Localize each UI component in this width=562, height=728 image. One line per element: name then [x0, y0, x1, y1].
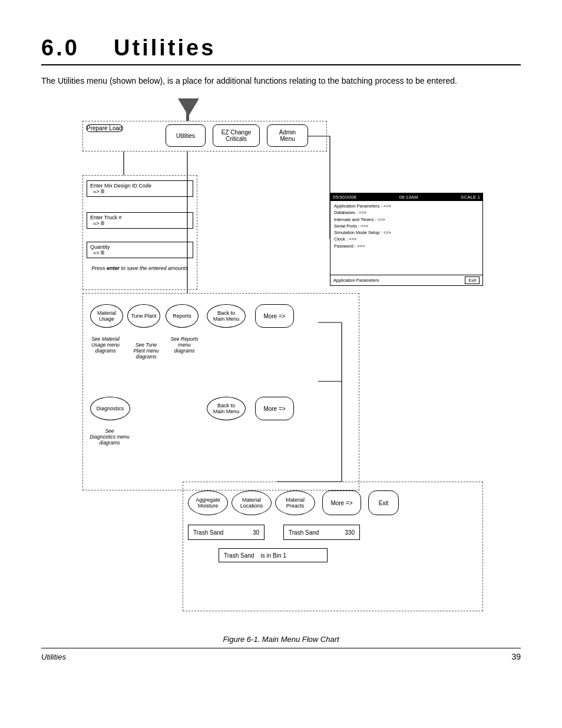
footer-right: 39 [511, 652, 521, 661]
material-locations-btn[interactable]: MaterialLocations [232, 490, 272, 515]
material-preacts-btn[interactable]: MaterialPreacts [275, 490, 315, 515]
data-row-2: Trash Sand 330 [283, 525, 360, 540]
screen-date: 05/30/2006 [333, 195, 356, 200]
figure-caption: Figure 6-1. Main Menu Flow Chart [41, 635, 521, 644]
screen-item-2: Databases : ==> [334, 209, 479, 216]
utilities-btn[interactable]: Utilities [166, 124, 206, 147]
exit-btn[interactable]: Exit [368, 490, 399, 515]
prepare-load-detail-box: Enter Mix Design ID Code => lll Enter Tr… [82, 175, 197, 290]
field-note: Press enter to save the entered amounts [87, 265, 193, 271]
screen-item-4: Serial Ports : ==> [334, 223, 479, 229]
prepare-load-btn[interactable]: Prepare Load [86, 124, 123, 132]
middle-section-box: MaterialUsage Tune Plant Reports Back to… [82, 293, 359, 490]
admin-menu-btn[interactable]: AdminMenu [267, 124, 308, 147]
label-diagnostics: SeeDiagnostics menudiagrams [85, 428, 134, 446]
aggregate-moisture-btn[interactable]: AggregateMoisture [188, 490, 228, 515]
screen-time: 08:13AM [399, 195, 418, 200]
screen-item-5: Simulation Mode Setup : ==> [334, 229, 479, 236]
more-btn-3[interactable]: More => [322, 490, 361, 515]
material-usage-btn[interactable]: MaterialUsage [90, 304, 123, 328]
screen-header: 05/30/2006 08:13AM SCALE 1 [330, 193, 482, 201]
screen-item-1: Application Parameters : ==> [334, 203, 479, 209]
ez-change-btn[interactable]: EZ ChangeCriticals [213, 124, 260, 147]
field-quantity: Quantity => lll [87, 242, 193, 258]
screen-body: Application Parameters : ==> Databases :… [330, 201, 482, 251]
label-reports: See Reportsmenudiagrams [164, 336, 204, 354]
screen-item-7: Password : ==> [334, 243, 479, 249]
data-row-3-text: Trash Sand is in Bin 1 [224, 552, 286, 559]
page-footer: Utilities 39 [41, 648, 521, 661]
reports-btn[interactable]: Reports [166, 304, 199, 328]
top-menu-box: Prepare Load Utilities EZ ChangeCritical… [82, 121, 327, 151]
more-btn-1[interactable]: More => [255, 304, 294, 328]
diagnostics-btn[interactable]: Diagnostics [90, 397, 130, 420]
field-mix-design: Enter Mix Design ID Code => lll [87, 180, 193, 197]
screen-box: 05/30/2006 08:13AM SCALE 1 Application P… [330, 193, 483, 286]
data-row-1-value: 30 [253, 529, 259, 536]
label-tune-plant: See TunePlant menudiagrams [127, 342, 166, 360]
arrow-down-icon [178, 98, 199, 116]
data-row-2-value: 330 [345, 529, 355, 536]
data-row-1: Trash Sand 30 [188, 525, 265, 540]
page-title: 6.0 Utilities [41, 35, 521, 61]
screen-item-3: Intervals and Timers : ==> [334, 216, 479, 223]
screen-scale: SCALE 1 [461, 195, 480, 200]
screen-exit-btn[interactable]: Exit [465, 276, 480, 284]
data-row-3: Trash Sand is in Bin 1 [219, 548, 328, 562]
bottom-section-box: AggregateMoisture MaterialLocations Mate… [183, 482, 483, 611]
screen-item-6: Clock : ==> [334, 236, 479, 242]
screen-footer-label: Application Parameters [333, 278, 379, 283]
page-header: 6.0 Utilities [41, 35, 521, 65]
back-main-menu-btn-1[interactable]: Back toMain Menu [207, 304, 246, 328]
field-truck: Enter Truck # => lll [87, 212, 193, 229]
more-btn-2[interactable]: More => [255, 397, 294, 420]
screen-footer: Application Parameters Exit [330, 275, 482, 285]
footer-left: Utilities [41, 653, 66, 661]
tune-plant-btn[interactable]: Tune Plant [127, 304, 160, 328]
intro-text: The Utilities menu (shown below), is a p… [41, 76, 521, 85]
label-material-usage: See MaterialUsage menudiagrams [85, 336, 125, 354]
data-row-2-label: Trash Sand [289, 529, 319, 536]
data-row-1-label: Trash Sand [193, 529, 223, 536]
back-main-menu-btn-2[interactable]: Back toMain Menu [207, 397, 246, 420]
diagram: Prepare Load Utilities EZ ChangeCritical… [41, 98, 530, 629]
